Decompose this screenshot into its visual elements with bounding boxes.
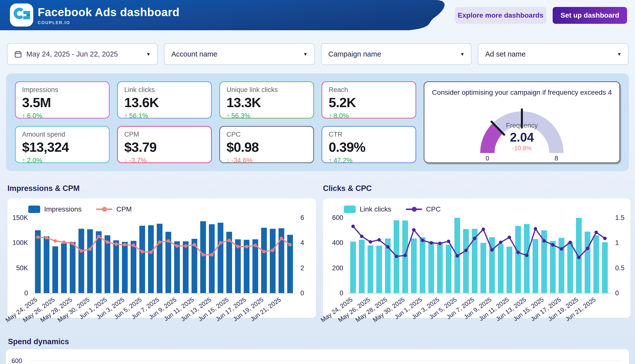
spend-dynamics-chart-card: 600 [6, 349, 629, 364]
kpi-delta: ↓-34.6% [227, 157, 307, 164]
trend-arrow-icon: ↑ [329, 112, 332, 120]
logo-bar-icon [23, 16, 30, 19]
kpi-card-link-clicks: Link clicks 13.6K ↑56.1% [117, 81, 212, 118]
svg-text:0: 0 [24, 289, 28, 297]
chevron-down-icon: ▼ [460, 52, 465, 57]
chart-legend: Impressions CPM [28, 205, 132, 213]
kpi-card-unique-link-clicks: Unique link clicks 13.3K ↑56.3% [219, 81, 314, 118]
campaign-filter-label: Campaign name [328, 50, 381, 58]
kpi-value: 13.6K [124, 95, 205, 110]
app-header: Facebook Ads dashboard COUPLER.IO Explor… [0, 0, 635, 30]
setup-dashboard-button[interactable]: Set up dashboard [553, 7, 627, 24]
adset-filter-label: Ad set name [485, 50, 526, 58]
kpi-value: $3.79 [124, 139, 205, 155]
kpi-label: CPM [124, 131, 205, 138]
frequency-gauge-card: Consider optimising your campaign if fre… [424, 81, 620, 163]
calendar-icon [15, 50, 22, 58]
legend-item-cpm: CPM [96, 205, 132, 213]
line-swatch-icon [406, 208, 422, 210]
logo-bar-icon [23, 11, 30, 14]
impressions-cpm-section: Impressions & CPM Impressions CPM 050K10… [8, 184, 316, 318]
kpi-label: CPC [227, 131, 307, 138]
kpi-value: 0.39% [329, 139, 409, 155]
gauge-title: Consider optimising your campaign if fre… [424, 88, 619, 96]
clicks-cpc-section: Clicks & CPC Link clicks CPC 02004006000… [323, 184, 630, 318]
legend-label: CPC [426, 205, 441, 213]
svg-text:600: 600 [332, 214, 343, 222]
chevron-down-icon: ▼ [303, 52, 308, 57]
kpi-label: Impressions [22, 86, 103, 94]
gauge-value: 2.04 [510, 130, 534, 144]
kpi-card-amount-spend: Amount spend $13,324 ↑2.0% [15, 126, 110, 163]
kpi-value: 3.5M [22, 95, 103, 110]
chevron-down-icon: ▼ [146, 52, 151, 57]
line-swatch-icon [96, 208, 112, 210]
kpi-card-reach: Reach 5.2K ↑8.0% [321, 81, 416, 118]
kpi-label: CTR [329, 131, 409, 138]
clicks-cpc-chart-card: Link clicks CPC 020040060000.511.5May 24… [323, 198, 630, 318]
kpi-card-ctr: CTR 0.39% ↑47.2% [321, 126, 416, 163]
trend-arrow-icon: ↑ [22, 112, 26, 120]
date-range-value: May 24, 2025 - Jun 22, 2025 [26, 50, 118, 58]
gauge-min-label: 0 [485, 154, 489, 162]
bar-swatch-icon [344, 206, 356, 213]
svg-text:150K: 150K [13, 214, 28, 222]
spend-axis-tick: 600 [12, 357, 22, 364]
kpi-delta: ↓-3.7% [124, 157, 205, 164]
kpi-label: Amount spend [22, 131, 103, 138]
kpi-value: $0.98 [227, 139, 307, 155]
frequency-gauge: Frequency 2.04 ↓ -10.8% 0 8 [442, 98, 601, 161]
svg-text:6: 6 [300, 214, 304, 222]
trend-arrow-icon: ↑ [124, 112, 128, 120]
kpi-delta: ↑47.2% [329, 157, 409, 164]
section-title-clicks-cpc: Clicks & CPC [323, 184, 630, 193]
trend-arrow-icon: ↑ [329, 157, 332, 164]
kpi-value: 5.2K [329, 95, 409, 110]
kpi-label: Unique link clicks [227, 86, 307, 94]
kpi-card-impressions: Impressions 3.5M ↑6.0% [15, 81, 110, 118]
svg-text:50K: 50K [16, 264, 28, 272]
svg-text:400: 400 [332, 239, 343, 246]
account-name-filter[interactable]: Account name ▼ [164, 44, 315, 65]
gauge-trend-arrow-icon: ↓ [499, 134, 501, 140]
trend-arrow-icon: ↑ [227, 112, 230, 120]
kpi-delta: ↑6.0% [22, 112, 103, 120]
svg-text:0: 0 [340, 289, 343, 297]
coupler-logo[interactable] [10, 4, 33, 26]
legend-item-link-clicks: Link clicks [344, 205, 391, 213]
kpi-label: Link clicks [124, 86, 205, 94]
kpi-card-cpc: CPC $0.98 ↓-34.6% [219, 126, 314, 163]
legend-label: Link clicks [360, 205, 391, 213]
logo-square-icon [27, 14, 30, 16]
svg-text:100K: 100K [13, 239, 28, 246]
kpi-label: Reach [329, 86, 409, 94]
legend-label: Impressions [44, 205, 82, 213]
svg-text:4: 4 [300, 239, 304, 246]
impressions-cpm-chart-card: Impressions CPM 050K100K150K0246May 24, … [8, 198, 316, 318]
section-title-impressions-cpm: Impressions & CPM [8, 184, 316, 193]
trend-arrow-icon: ↓ [227, 157, 230, 164]
svg-text:0: 0 [300, 289, 304, 297]
trend-arrow-icon: ↑ [22, 157, 26, 164]
gauge-max-label: 8 [555, 154, 558, 162]
explore-dashboards-button[interactable]: Explore more dashboards [455, 7, 546, 24]
brand-subtitle: COUPLER.IO [38, 20, 180, 25]
filter-bar: May 24, 2025 - Jun 22, 2025 ▼ Account na… [7, 44, 628, 65]
gauge-delta: -10.8% [512, 145, 532, 152]
account-filter-label: Account name [171, 50, 217, 58]
trend-arrow-icon: ↓ [124, 157, 128, 164]
kpi-delta: ↑56.3% [227, 112, 307, 120]
kpi-card-cpm: CPM $3.79 ↓-3.7% [117, 126, 212, 163]
ad-set-name-filter[interactable]: Ad set name ▼ [478, 44, 628, 65]
kpi-delta: ↑8.0% [329, 112, 409, 120]
date-range-filter[interactable]: May 24, 2025 - Jun 22, 2025 ▼ [7, 44, 158, 65]
svg-text:200: 200 [332, 264, 343, 272]
legend-item-impressions: Impressions [28, 205, 82, 213]
campaign-name-filter[interactable]: Campaign name ▼ [321, 44, 472, 65]
gridline [30, 360, 622, 361]
kpi-delta: ↑2.0% [22, 157, 103, 164]
bar-swatch-icon [28, 206, 40, 213]
chevron-down-icon: ▼ [617, 52, 621, 57]
kpi-delta: ↑56.1% [124, 112, 205, 120]
kpi-panel: Impressions 3.5M ↑6.0% Link clicks 13.6K… [6, 74, 629, 171]
